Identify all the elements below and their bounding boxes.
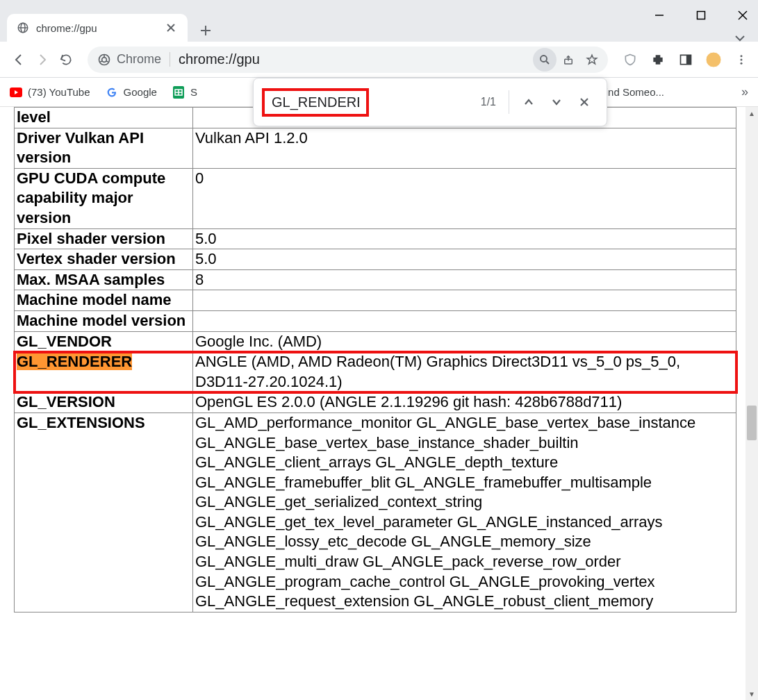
- table-value-cell: 8: [193, 269, 736, 290]
- table-row: Max. MSAA samples8: [15, 269, 736, 290]
- table-row: GL_VERSIONOpenGL ES 2.0.0 (ANGLE 2.1.192…: [15, 392, 736, 413]
- bookmark-label: Google: [124, 86, 157, 98]
- svg-point-27: [741, 62, 743, 64]
- browser-tab[interactable]: chrome://gpu: [7, 14, 188, 42]
- svg-line-17: [546, 61, 549, 64]
- table-key-cell: Pixel shader version: [15, 228, 193, 249]
- svg-line-15: [100, 60, 102, 62]
- table-row: Pixel shader version5.0: [15, 228, 736, 249]
- window-controls: [647, 4, 755, 26]
- svg-point-16: [541, 56, 547, 62]
- table-value-cell: Google Inc. (AMD): [193, 331, 736, 352]
- table-row: GPU CUDA compute capability major versio…: [15, 168, 736, 228]
- table-value-cell: ANGLE (AMD, AMD Radeon(TM) Graphics Dire…: [193, 352, 736, 392]
- table-value-cell: [193, 290, 736, 311]
- table-value-cell: 5.0: [193, 228, 736, 249]
- tab-close-button[interactable]: [164, 22, 178, 33]
- bookmark-youtube[interactable]: (73) YouTube: [10, 86, 90, 99]
- page-viewport: levelDriver Vulkan API versionVulkan API…: [0, 107, 758, 700]
- table-value-cell: [193, 310, 736, 331]
- tab-search-button[interactable]: [734, 35, 745, 42]
- table-key-cell: GL_RENDERER: [15, 352, 193, 392]
- table-row: Machine model version: [15, 310, 736, 331]
- bookmark-star-icon[interactable]: [580, 48, 604, 72]
- table-key-cell: GPU CUDA compute capability major versio…: [15, 168, 193, 228]
- scroll-down-arrow[interactable]: ▼: [745, 688, 758, 700]
- google-icon: [106, 86, 118, 99]
- bookmarks-overflow-button[interactable]: »: [741, 85, 748, 99]
- table-key-cell: GL_EXTENSIONS: [15, 412, 193, 612]
- youtube-icon: [10, 86, 22, 99]
- toolbar-extensions: [615, 50, 751, 69]
- bookmark-sheets[interactable]: S: [172, 86, 197, 99]
- gpu-info-table: levelDriver Vulkan API versionVulkan API…: [14, 107, 736, 612]
- site-info-label: Chrome: [117, 52, 161, 67]
- table-key-cell: GL_VERSION: [15, 392, 193, 413]
- scroll-up-arrow[interactable]: ▲: [745, 107, 758, 119]
- new-tab-button[interactable]: [195, 19, 217, 42]
- extensions-puzzle-icon[interactable]: [648, 50, 668, 69]
- site-info-chip[interactable]: Chrome: [97, 52, 170, 67]
- table-value-cell: 5.0: [193, 249, 736, 270]
- find-input[interactable]: [270, 94, 361, 111]
- table-row: GL_VENDORGoogle Inc. (AMD): [15, 331, 736, 352]
- close-window-button[interactable]: [730, 4, 755, 26]
- browser-toolbar: Chrome chrome://gpu: [0, 42, 758, 78]
- vertical-scrollbar[interactable]: ▲ ▼: [745, 107, 758, 700]
- find-in-page-bar: 1/1: [253, 78, 607, 126]
- globe-icon: [17, 22, 29, 34]
- table-row: Machine model name: [15, 290, 736, 311]
- bookmark-label: S: [190, 86, 197, 98]
- table-value-cell: GL_AMD_performance_monitor GL_ANGLE_base…: [193, 412, 736, 612]
- table-row: GL_EXTENSIONSGL_AMD_performance_monitor …: [15, 412, 736, 612]
- find-match-count: 1/1: [481, 96, 496, 108]
- find-in-page-icon[interactable]: [533, 48, 557, 72]
- chrome-icon: [97, 53, 111, 67]
- forward-button[interactable]: [31, 48, 54, 72]
- svg-marker-20: [587, 55, 597, 64]
- sheets-icon: [172, 86, 185, 99]
- find-close-button[interactable]: [570, 88, 598, 116]
- menu-button[interactable]: [732, 50, 751, 69]
- table-key-cell: GL_VENDOR: [15, 331, 193, 352]
- gpu-info-page: levelDriver Vulkan API versionVulkan API…: [0, 107, 758, 612]
- table-row: GL_RENDERERANGLE (AMD, AMD Radeon(TM) Gr…: [15, 352, 736, 392]
- table-key-cell: Driver Vulkan API version: [15, 128, 193, 168]
- extension-shield-icon[interactable]: [620, 50, 640, 69]
- table-row: Driver Vulkan API versionVulkan API 1.2.…: [15, 128, 736, 168]
- table-key-cell: Vertex shader version: [15, 249, 193, 270]
- minimize-button[interactable]: [647, 4, 672, 26]
- scrollbar-thumb[interactable]: [747, 406, 757, 440]
- bookmark-label: (73) YouTube: [28, 86, 90, 98]
- svg-line-14: [106, 60, 108, 62]
- tab-title: chrome://gpu: [36, 22, 164, 34]
- back-button[interactable]: [7, 48, 31, 72]
- reload-button[interactable]: [54, 48, 78, 72]
- find-input-annotation: [262, 88, 369, 117]
- profile-avatar[interactable]: [704, 50, 723, 69]
- side-panel-icon[interactable]: [676, 50, 695, 69]
- window-titlebar: [0, 0, 758, 8]
- find-prev-button[interactable]: [515, 88, 543, 116]
- table-key-cell: level: [15, 108, 193, 128]
- table-key-cell: Max. MSAA samples: [15, 269, 193, 290]
- table-value-cell: OpenGL ES 2.0.0 (ANGLE 2.1.19296 git has…: [193, 392, 736, 413]
- svg-rect-22: [686, 55, 691, 64]
- table-row: Vertex shader version5.0: [15, 249, 736, 270]
- table-key-cell: Machine model version: [15, 310, 193, 331]
- table-value-cell: 0: [193, 168, 736, 228]
- bookmark-google[interactable]: Google: [106, 86, 157, 99]
- url-text[interactable]: chrome://gpu: [179, 51, 533, 67]
- find-divider: [509, 90, 509, 114]
- svg-point-25: [741, 55, 743, 57]
- tab-strip: chrome://gpu: [0, 8, 758, 42]
- find-next-button[interactable]: [543, 88, 570, 116]
- table-key-cell: Machine model name: [15, 290, 193, 311]
- table-value-cell: Vulkan API 1.2.0: [193, 128, 736, 168]
- svg-rect-8: [698, 12, 705, 19]
- maximize-button[interactable]: [689, 4, 714, 26]
- share-icon[interactable]: [557, 48, 580, 72]
- svg-point-26: [741, 58, 743, 60]
- address-bar[interactable]: Chrome chrome://gpu: [88, 47, 608, 73]
